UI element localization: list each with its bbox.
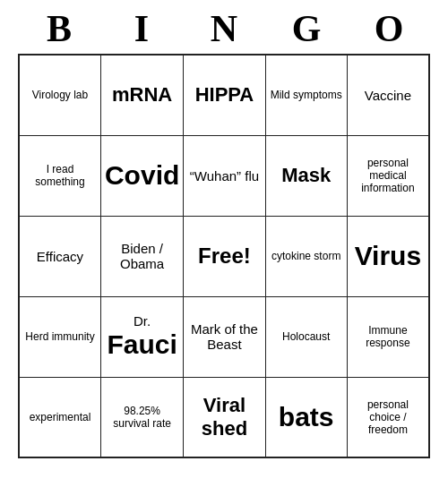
bingo-cell: Vaccine — [347, 55, 429, 135]
bingo-cell: Holocaust — [265, 296, 347, 377]
table-row: Virology labmRNAHIPPAMild symptomsVaccin… — [19, 55, 429, 135]
title-letter: B — [23, 7, 95, 50]
bingo-cell: cytokine storm — [265, 216, 347, 296]
bingo-cell: Mask — [265, 135, 347, 216]
bingo-cell: Dr.Fauci — [100, 296, 183, 377]
bingo-cell: Virus — [347, 216, 429, 296]
bingo-cell: Efficacy — [19, 216, 100, 296]
bingo-cell: Free! — [184, 216, 265, 296]
bingo-cell: experimental — [19, 377, 100, 457]
bingo-cell: Covid — [100, 135, 183, 216]
bingo-grid: Virology labmRNAHIPPAMild symptomsVaccin… — [18, 54, 430, 458]
bingo-cell: 98.25% survival rate — [100, 377, 183, 457]
bingo-cell: Biden / Obama — [100, 216, 183, 296]
bingo-cell: Viral shed — [184, 377, 265, 457]
bingo-cell: Mark of the Beast — [184, 296, 265, 377]
table-row: EfficacyBiden / ObamaFree!cytokine storm… — [19, 216, 429, 296]
table-row: I read somethingCovid“Wuhan” fluMaskpers… — [19, 135, 429, 216]
table-row: experimental98.25% survival rateViral sh… — [19, 377, 429, 457]
bingo-cell: Herd immunity — [19, 296, 100, 377]
bingo-cell: “Wuhan” flu — [184, 135, 265, 216]
bingo-cell: personal medical information — [347, 135, 429, 216]
bingo-cell: HIPPA — [184, 55, 265, 135]
title-letter: G — [271, 7, 342, 50]
bingo-cell: Mild symptoms — [265, 55, 347, 135]
bingo-cell: Virology lab — [19, 55, 100, 135]
bingo-cell: personal choice / freedom — [347, 377, 429, 457]
bingo-cell: I read something — [19, 135, 100, 216]
title-letter: O — [353, 7, 425, 50]
title-letter: N — [188, 7, 260, 50]
title-letter: I — [106, 7, 177, 50]
bingo-cell: mRNA — [100, 55, 183, 135]
bingo-cell: Immune response — [347, 296, 429, 377]
bingo-cell: bats — [265, 377, 347, 457]
table-row: Herd immunityDr.FauciMark of the BeastHo… — [19, 296, 429, 377]
bingo-title: BINGO — [18, 0, 430, 54]
